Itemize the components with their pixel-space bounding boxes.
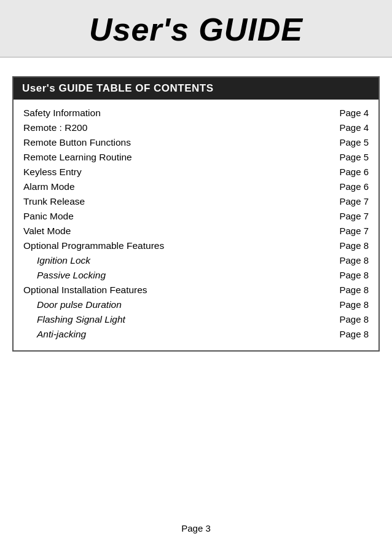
toc-item-label: Remote : R200 (23, 122, 87, 133)
toc-item-label: Passive Locking (23, 270, 106, 281)
toc-item-page: Page 5 (339, 152, 369, 162)
toc-item-label: Door pulse Duration (23, 299, 122, 310)
table-row: Optional Installation FeaturesPage 8 (23, 283, 369, 297)
toc-container: User's GUIDE TABLE OF CONTENTS Safety In… (12, 76, 380, 352)
toc-item-label: Flashing Signal Light (23, 314, 125, 325)
toc-item-page: Page 7 (339, 196, 369, 207)
page-title-area: User's GUIDE (0, 0, 392, 58)
table-row: Keyless EntryPage 6 (23, 165, 369, 179)
toc-item-page: Page 6 (339, 167, 369, 177)
toc-body: Safety InformationPage 4Remote : R200Pag… (14, 100, 378, 350)
toc-item-label: Remote Learning Routine (23, 152, 132, 163)
table-row: Anti-jackingPage 8 (23, 327, 369, 342)
toc-item-label: Optional Installation Features (23, 285, 147, 296)
table-row: Passive LockingPage 8 (23, 268, 369, 283)
footer-page-label: Page 3 (181, 523, 211, 533)
toc-item-page: Page 8 (339, 299, 369, 310)
toc-header: User's GUIDE TABLE OF CONTENTS (14, 77, 378, 100)
toc-item-page: Page 4 (339, 108, 369, 118)
table-row: Remote Learning RoutinePage 5 (23, 150, 369, 165)
toc-item-label: Keyless Entry (23, 167, 82, 178)
toc-item-page: Page 4 (339, 122, 369, 133)
toc-item-page: Page 8 (339, 329, 369, 339)
toc-item-page: Page 5 (339, 137, 369, 148)
toc-item-label: Remote Button Functions (23, 137, 131, 148)
toc-item-page: Page 8 (339, 314, 369, 325)
toc-item-page: Page 8 (339, 285, 369, 295)
toc-item-label: Trunk Release (23, 196, 85, 207)
table-row: Ignition LockPage 8 (23, 253, 369, 268)
toc-item-page: Page 6 (339, 181, 369, 192)
toc-item-label: Valet Mode (23, 226, 71, 237)
toc-item-page: Page 8 (339, 270, 369, 280)
table-row: Remote : R200Page 4 (23, 120, 369, 135)
table-row: Panic ModePage 7 (23, 209, 369, 224)
toc-item-page: Page 7 (339, 211, 369, 221)
toc-item-page: Page 7 (339, 226, 369, 236)
table-row: Valet ModePage 7 (23, 224, 369, 238)
table-row: Alarm ModePage 6 (23, 179, 369, 194)
toc-item-label: Anti-jacking (23, 329, 86, 340)
page-title: User's GUIDE (12, 11, 380, 48)
table-row: Trunk ReleasePage 7 (23, 194, 369, 209)
table-row: Safety InformationPage 4 (23, 106, 369, 120)
table-row: Remote Button FunctionsPage 5 (23, 135, 369, 150)
table-row: Door pulse DurationPage 8 (23, 297, 369, 312)
table-row: Optional Programmable FeaturesPage 8 (23, 238, 369, 253)
toc-item-page: Page 8 (339, 240, 369, 251)
page-footer: Page 3 (0, 523, 392, 533)
toc-item-label: Safety Information (23, 108, 101, 119)
toc-item-label: Panic Mode (23, 211, 74, 222)
toc-item-page: Page 8 (339, 255, 369, 266)
toc-item-label: Optional Programmable Features (23, 240, 164, 251)
main-content: User's GUIDE TABLE OF CONTENTS Safety In… (0, 58, 392, 376)
toc-item-label: Ignition Lock (23, 255, 90, 266)
table-row: Flashing Signal LightPage 8 (23, 312, 369, 327)
toc-item-label: Alarm Mode (23, 181, 75, 192)
